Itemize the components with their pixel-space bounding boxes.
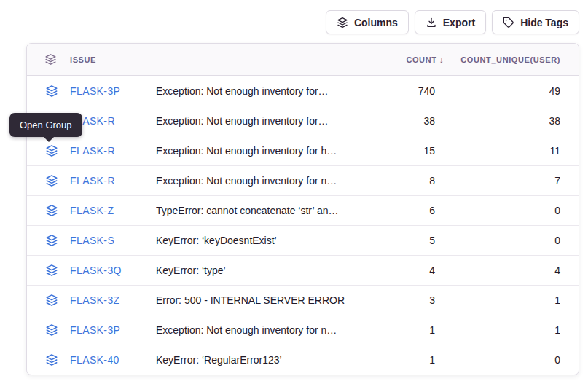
table-row: FLASK-3P Exception: Not enough inventory… xyxy=(27,76,579,106)
table-row: FLASK-3P Exception: Not enough inventory… xyxy=(27,315,579,345)
issue-link[interactable]: FLASK-Z xyxy=(59,205,156,216)
open-group-tooltip: Open Group xyxy=(9,113,82,137)
issue-title: KeyError: ‘RegularError123’ xyxy=(156,354,391,366)
hide-tags-button[interactable]: Hide Tags xyxy=(492,10,579,34)
issue-title: KeyError: ‘keyDoesntExist’ xyxy=(156,235,391,246)
stack-icon[interactable] xyxy=(44,324,59,337)
count-value: 740 xyxy=(391,85,435,97)
issue-link[interactable]: FLASK-R xyxy=(59,175,156,187)
stack-icon[interactable] xyxy=(44,85,59,98)
stack-icon[interactable] xyxy=(44,174,59,187)
stack-icon[interactable] xyxy=(44,234,59,247)
table-row: FLASK-R Exception: Not enough inventory … xyxy=(27,136,579,165)
hide-tags-button-label: Hide Tags xyxy=(520,17,568,28)
count-value: 1 xyxy=(391,324,435,336)
table-row: FLASK-R Exception: Not enough inventory … xyxy=(27,106,579,136)
count-value: 5 xyxy=(391,235,435,246)
count-unique-value: 4 xyxy=(435,264,560,276)
issue-link[interactable]: FLASK-R xyxy=(59,145,156,157)
count-value: 6 xyxy=(391,205,435,216)
table-row: FLASK-3Z Error: 500 - INTERNAL SERVER ER… xyxy=(27,285,579,315)
download-icon xyxy=(426,17,437,28)
count-unique-value: 7 xyxy=(435,175,560,187)
stack-icon[interactable] xyxy=(44,264,59,277)
tag-icon xyxy=(503,17,514,28)
stack-icon[interactable] xyxy=(44,353,59,366)
issue-link[interactable]: FLASK-3Z xyxy=(59,294,156,306)
issue-title: Error: 500 - INTERNAL SERVER ERROR xyxy=(156,294,391,306)
count-unique-value: 0 xyxy=(435,235,560,246)
issue-link[interactable]: FLASK-3Q xyxy=(59,264,156,276)
table-row: FLASK-3Q KeyError: ‘type’ 4 4 xyxy=(27,255,579,285)
stack-icon[interactable] xyxy=(44,204,59,217)
column-header-count[interactable]: COUNT ↓ xyxy=(391,54,435,65)
count-value: 4 xyxy=(391,264,435,276)
count-unique-value: 0 xyxy=(435,205,560,216)
issues-table: ISSUE COUNT ↓ COUNT_UNIQUE(USER) FLASK-3… xyxy=(26,43,579,375)
table-row: FLASK-40 KeyError: ‘RegularError123’ 1 0 xyxy=(27,345,579,375)
table-row: FLASK-Z TypeError: cannot concatenate ‘s… xyxy=(27,195,579,225)
issue-title: Exception: Not enough inventory for n… xyxy=(156,175,391,187)
stack-icon[interactable] xyxy=(44,294,59,307)
count-value: 15 xyxy=(391,145,435,157)
tooltip-arrow xyxy=(44,137,54,142)
stack-icon xyxy=(44,53,59,66)
count-value: 3 xyxy=(391,294,435,306)
count-unique-value: 1 xyxy=(435,294,560,306)
issue-title: Exception: Not enough inventory for… xyxy=(156,85,391,97)
tooltip-label: Open Group xyxy=(20,119,72,130)
table-header-row: ISSUE COUNT ↓ COUNT_UNIQUE(USER) xyxy=(27,44,579,76)
columns-button[interactable]: Columns xyxy=(326,10,409,34)
column-header-count-unique[interactable]: COUNT_UNIQUE(USER) xyxy=(435,55,560,64)
issue-link[interactable]: FLASK-3P xyxy=(59,85,156,97)
issue-link[interactable]: FLASK-40 xyxy=(59,354,156,366)
issue-title: KeyError: ‘type’ xyxy=(156,264,391,276)
column-header-issue[interactable]: ISSUE xyxy=(59,55,156,64)
export-button[interactable]: Export xyxy=(415,10,486,34)
stack-icon[interactable] xyxy=(44,144,59,157)
table-row: FLASK-S KeyError: ‘keyDoesntExist’ 5 0 xyxy=(27,225,579,255)
issue-title: Exception: Not enough inventory for n… xyxy=(156,324,391,336)
columns-button-label: Columns xyxy=(354,17,398,28)
issue-link[interactable]: FLASK-3P xyxy=(59,324,156,336)
count-header-label: COUNT xyxy=(406,55,436,64)
count-unique-value: 11 xyxy=(435,145,560,157)
issue-title: Exception: Not enough inventory for h… xyxy=(156,145,391,157)
toolbar: Columns Export Hide Tags xyxy=(26,10,579,34)
count-unique-value: 49 xyxy=(435,85,560,97)
count-value: 38 xyxy=(391,115,435,127)
sort-desc-icon: ↓ xyxy=(439,54,444,65)
export-button-label: Export xyxy=(443,17,475,28)
issue-link[interactable]: FLASK-S xyxy=(59,235,156,246)
issue-title: TypeError: cannot concatenate ‘str’ an… xyxy=(156,205,391,216)
stack-icon xyxy=(337,17,348,28)
count-unique-value: 0 xyxy=(435,354,560,366)
page-content: Columns Export Hide Tags ISSUE COUNT xyxy=(26,10,579,375)
issue-title: Exception: Not enough inventory for… xyxy=(156,115,391,127)
count-value: 1 xyxy=(391,354,435,366)
count-unique-value: 38 xyxy=(435,115,560,127)
count-unique-value: 1 xyxy=(435,324,560,336)
count-value: 8 xyxy=(391,175,435,187)
table-row: FLASK-R Exception: Not enough inventory … xyxy=(27,165,579,195)
